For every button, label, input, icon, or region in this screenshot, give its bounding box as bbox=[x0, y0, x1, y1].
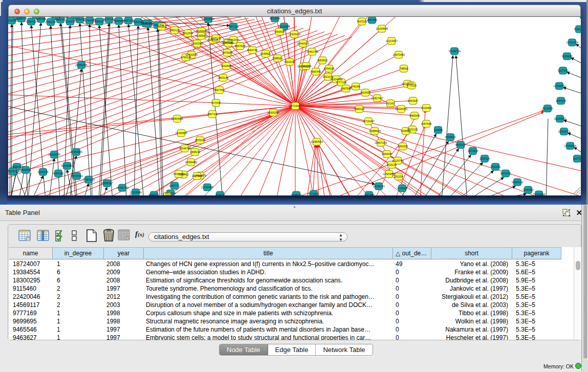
svg-text:62160: 62160 bbox=[387, 102, 395, 105]
svg-text:16961758: 16961758 bbox=[306, 50, 318, 53]
svg-text:12093872: 12093872 bbox=[553, 84, 565, 87]
svg-text:1128059: 1128059 bbox=[162, 194, 172, 195]
svg-text:19166825: 19166825 bbox=[175, 132, 187, 135]
svg-text:20206576: 20206576 bbox=[48, 153, 60, 156]
svg-text:7357224: 7357224 bbox=[228, 25, 239, 28]
svg-text:116753: 116753 bbox=[573, 157, 581, 160]
svg-text:0647468: 0647468 bbox=[364, 193, 375, 195]
svg-text:5009788: 5009788 bbox=[574, 28, 581, 31]
svg-text:7955812: 7955812 bbox=[317, 59, 328, 62]
svg-text:0781618: 0781618 bbox=[46, 20, 56, 24]
svg-text:9457771: 9457771 bbox=[169, 184, 180, 187]
svg-text:748500: 748500 bbox=[399, 67, 408, 70]
svg-text:16543382: 16543382 bbox=[191, 42, 203, 45]
svg-text:17957225: 17957225 bbox=[82, 178, 94, 181]
svg-text:18807249: 18807249 bbox=[375, 141, 386, 144]
svg-text:10654112: 10654112 bbox=[512, 181, 524, 184]
svg-text:746266: 746266 bbox=[351, 85, 360, 88]
svg-text:8912954: 8912954 bbox=[183, 32, 194, 35]
svg-text:8347382: 8347382 bbox=[53, 172, 64, 175]
svg-text:8813054: 8813054 bbox=[270, 17, 281, 20]
svg-text:10046798: 10046798 bbox=[179, 147, 190, 150]
svg-text:19218506: 19218506 bbox=[278, 25, 290, 28]
svg-text:817008: 817008 bbox=[211, 101, 221, 104]
svg-text:14136141: 14136141 bbox=[373, 185, 384, 188]
svg-text:6497568: 6497568 bbox=[341, 87, 352, 90]
svg-text:10973493: 10973493 bbox=[393, 53, 404, 56]
svg-text:9775115: 9775115 bbox=[406, 84, 417, 87]
svg-text:15751074: 15751074 bbox=[566, 41, 578, 44]
svg-text:2887682: 2887682 bbox=[367, 18, 378, 21]
svg-text:9572103: 9572103 bbox=[407, 128, 418, 131]
svg-text:8938923: 8938923 bbox=[445, 136, 456, 139]
svg-text:8322037: 8322037 bbox=[285, 60, 295, 63]
svg-text:8425135: 8425135 bbox=[211, 37, 222, 40]
svg-text:8578335: 8578335 bbox=[195, 139, 206, 142]
svg-text:7515526: 7515526 bbox=[141, 22, 151, 25]
svg-text:2624731: 2624731 bbox=[215, 193, 226, 195]
svg-text:2784980: 2784980 bbox=[223, 41, 234, 45]
svg-text:2427868: 2427868 bbox=[192, 174, 203, 178]
svg-text:19384554: 19384554 bbox=[311, 140, 323, 143]
svg-text:16210643: 16210643 bbox=[554, 117, 565, 120]
svg-text:7632621: 7632621 bbox=[490, 165, 501, 168]
svg-text:7543303: 7543303 bbox=[357, 20, 367, 23]
svg-text:72343098: 72343098 bbox=[533, 193, 545, 195]
svg-text:8427552: 8427552 bbox=[214, 89, 225, 92]
svg-text:16998543: 16998543 bbox=[195, 34, 207, 37]
svg-text:16640910: 16640910 bbox=[297, 42, 309, 45]
svg-text:6773602: 6773602 bbox=[309, 192, 319, 195]
svg-text:8471876: 8471876 bbox=[500, 172, 511, 175]
svg-text:74016400: 74016400 bbox=[172, 172, 184, 176]
svg-text:14099489: 14099489 bbox=[185, 161, 197, 164]
svg-text:8454749: 8454749 bbox=[247, 49, 258, 52]
svg-text:7663822: 7663822 bbox=[157, 25, 167, 28]
svg-text:8990443: 8990443 bbox=[311, 70, 321, 73]
svg-text:1615132: 1615132 bbox=[386, 163, 397, 166]
svg-text:2867608: 2867608 bbox=[235, 45, 246, 48]
svg-text:12323486: 12323486 bbox=[129, 191, 141, 194]
svg-text:9146821: 9146821 bbox=[260, 52, 271, 55]
svg-text:4493534: 4493534 bbox=[274, 30, 286, 33]
svg-text:18724007: 18724007 bbox=[289, 104, 301, 107]
svg-text:10688609: 10688609 bbox=[368, 129, 380, 133]
svg-text:99737631: 99737631 bbox=[71, 174, 82, 178]
svg-text:9242845: 9242845 bbox=[221, 64, 232, 68]
svg-text:10025453: 10025453 bbox=[395, 107, 407, 111]
svg-text:10807467: 10807467 bbox=[371, 97, 383, 100]
svg-text:17359924: 17359924 bbox=[70, 150, 82, 154]
svg-text:46578713: 46578713 bbox=[8, 170, 19, 173]
svg-text:16854985: 16854985 bbox=[171, 117, 183, 120]
svg-text:2260256: 2260256 bbox=[398, 145, 408, 148]
svg-text:9660124: 9660124 bbox=[169, 29, 181, 32]
svg-text:1316475: 1316475 bbox=[65, 20, 76, 23]
svg-text:6794028: 6794028 bbox=[324, 67, 335, 70]
svg-text:6879197: 6879197 bbox=[455, 143, 466, 146]
svg-text:36193990: 36193990 bbox=[195, 30, 207, 33]
svg-text:0799118: 0799118 bbox=[181, 56, 191, 59]
svg-text:16782759: 16782759 bbox=[116, 186, 128, 189]
svg-text:1588520: 1588520 bbox=[272, 57, 283, 60]
svg-text:8108013: 8108013 bbox=[291, 193, 302, 195]
svg-text:20053346: 20053346 bbox=[75, 63, 87, 67]
svg-text:9357648: 9357648 bbox=[421, 122, 432, 125]
svg-text:18300295: 18300295 bbox=[267, 111, 279, 114]
svg-text:13716485: 13716485 bbox=[201, 186, 213, 189]
svg-text:9329966: 9329966 bbox=[562, 55, 573, 58]
svg-text:0103105: 0103105 bbox=[38, 170, 49, 173]
svg-text:7986322: 7986322 bbox=[354, 107, 365, 111]
svg-text:9463627: 9463627 bbox=[408, 99, 419, 102]
svg-text:1498222: 1498222 bbox=[190, 150, 201, 154]
svg-text:1509839: 1509839 bbox=[20, 168, 31, 171]
svg-text:12325419: 12325419 bbox=[288, 33, 300, 36]
svg-text:16648794: 16648794 bbox=[448, 50, 461, 53]
svg-text:3287101: 3287101 bbox=[123, 19, 134, 22]
svg-text:1244415: 1244415 bbox=[556, 99, 567, 102]
svg-text:9474444: 9474444 bbox=[468, 149, 479, 152]
svg-text:9084067: 9084067 bbox=[382, 152, 393, 156]
svg-text:6566701: 6566701 bbox=[149, 193, 160, 195]
svg-text:16033809: 16033809 bbox=[202, 17, 214, 20]
svg-text:3867110: 3867110 bbox=[207, 113, 217, 116]
svg-text:8849696: 8849696 bbox=[114, 19, 124, 23]
svg-text:1362615: 1362615 bbox=[301, 64, 312, 68]
